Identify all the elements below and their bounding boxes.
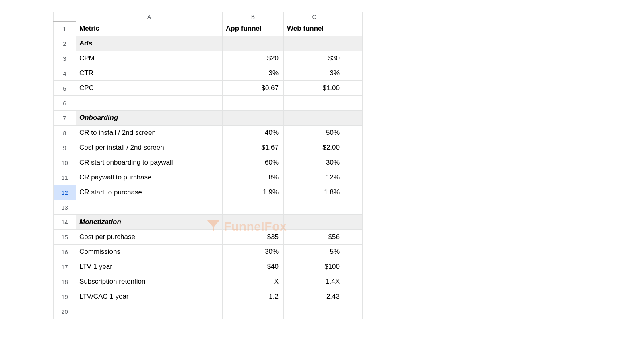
cell-A18[interactable]: Subscription retention <box>76 274 223 289</box>
cell-C6[interactable] <box>284 96 345 111</box>
cell-D7[interactable] <box>345 111 363 126</box>
cell-D3[interactable] <box>345 51 363 66</box>
cell-C14[interactable] <box>284 215 345 230</box>
cell-C8[interactable]: 50% <box>284 126 345 140</box>
column-header-C[interactable]: C <box>284 12 345 21</box>
row-number-6[interactable]: 6 <box>54 96 76 111</box>
cell-B4[interactable]: 3% <box>223 66 284 81</box>
cell-C18[interactable]: 1.4X <box>284 274 345 289</box>
cell-A11[interactable]: CR paywall to purchase <box>76 170 223 185</box>
cell-A13[interactable] <box>76 200 223 215</box>
cell-D6[interactable] <box>345 96 363 111</box>
row-number-3[interactable]: 3 <box>54 51 76 66</box>
cell-C20[interactable] <box>284 304 345 319</box>
row-number-9[interactable]: 9 <box>54 140 76 155</box>
cell-B9[interactable]: $1.67 <box>223 140 284 155</box>
cell-D10[interactable] <box>345 155 363 170</box>
row-number-5[interactable]: 5 <box>54 81 76 96</box>
cell-D5[interactable] <box>345 81 363 96</box>
row-number-14[interactable]: 14 <box>54 215 76 230</box>
cell-C16[interactable]: 5% <box>284 245 345 260</box>
cell-B15[interactable]: $35 <box>223 230 284 245</box>
cell-C2[interactable] <box>284 36 345 51</box>
column-header-extra[interactable] <box>345 12 363 21</box>
column-header-B[interactable]: B <box>223 12 284 21</box>
cell-A15[interactable]: Cost per purchase <box>76 230 223 245</box>
cell-A1[interactable]: Metric <box>76 21 223 36</box>
cell-B20[interactable] <box>223 304 284 319</box>
cell-A12[interactable]: CR start to purchase <box>76 185 223 200</box>
cell-B2[interactable] <box>223 36 284 51</box>
cell-A16[interactable]: Commissions <box>76 245 223 260</box>
row-number-17[interactable]: 17 <box>54 260 76 274</box>
cell-B13[interactable] <box>223 200 284 215</box>
cell-C19[interactable]: 2.43 <box>284 289 345 304</box>
cell-B11[interactable]: 8% <box>223 170 284 185</box>
cell-A6[interactable] <box>76 96 223 111</box>
cell-C11[interactable]: 12% <box>284 170 345 185</box>
cell-A14[interactable]: Monetization <box>76 215 223 230</box>
cell-A3[interactable]: CPM <box>76 51 223 66</box>
cell-B10[interactable]: 60% <box>223 155 284 170</box>
cell-A9[interactable]: Cost per install / 2nd screen <box>76 140 223 155</box>
cell-A19[interactable]: LTV/CAC 1 year <box>76 289 223 304</box>
cell-D13[interactable] <box>345 200 363 215</box>
cell-A17[interactable]: LTV 1 year <box>76 260 223 274</box>
cell-A10[interactable]: CR start onboarding to paywall <box>76 155 223 170</box>
cell-D20[interactable] <box>345 304 363 319</box>
cell-C1[interactable]: Web funnel <box>284 21 345 36</box>
cell-B5[interactable]: $0.67 <box>223 81 284 96</box>
cell-D2[interactable] <box>345 36 363 51</box>
cell-C3[interactable]: $30 <box>284 51 345 66</box>
cell-A7[interactable]: Onboarding <box>76 111 223 126</box>
row-number-2[interactable]: 2 <box>54 36 76 51</box>
cell-D1[interactable] <box>345 21 363 36</box>
cell-D16[interactable] <box>345 245 363 260</box>
cell-B16[interactable]: 30% <box>223 245 284 260</box>
row-number-16[interactable]: 16 <box>54 245 76 260</box>
cell-A4[interactable]: CTR <box>76 66 223 81</box>
cell-C10[interactable]: 30% <box>284 155 345 170</box>
cell-B14[interactable] <box>223 215 284 230</box>
row-number-10[interactable]: 10 <box>54 155 76 170</box>
row-number-4[interactable]: 4 <box>54 66 76 81</box>
cell-D14[interactable] <box>345 215 363 230</box>
cell-D8[interactable] <box>345 126 363 140</box>
cell-C7[interactable] <box>284 111 345 126</box>
row-number-18[interactable]: 18 <box>54 274 76 289</box>
cell-A8[interactable]: CR to install / 2nd screen <box>76 126 223 140</box>
row-number-12[interactable]: 12 <box>54 185 76 200</box>
cell-C5[interactable]: $1.00 <box>284 81 345 96</box>
cell-B17[interactable]: $40 <box>223 260 284 274</box>
cell-A5[interactable]: CPC <box>76 81 223 96</box>
cell-B3[interactable]: $20 <box>223 51 284 66</box>
cell-D9[interactable] <box>345 140 363 155</box>
row-number-7[interactable]: 7 <box>54 111 76 126</box>
cell-C9[interactable]: $2.00 <box>284 140 345 155</box>
cell-B8[interactable]: 40% <box>223 126 284 140</box>
row-number-15[interactable]: 15 <box>54 230 76 245</box>
row-number-19[interactable]: 19 <box>54 289 76 304</box>
cell-C4[interactable]: 3% <box>284 66 345 81</box>
cell-B12[interactable]: 1.9% <box>223 185 284 200</box>
row-number-11[interactable]: 11 <box>54 170 76 185</box>
row-number-20[interactable]: 20 <box>54 304 76 319</box>
cell-C12[interactable]: 1.8% <box>284 185 345 200</box>
row-number-8[interactable]: 8 <box>54 126 76 140</box>
cell-C15[interactable]: $56 <box>284 230 345 245</box>
cell-B7[interactable] <box>223 111 284 126</box>
cell-D17[interactable] <box>345 260 363 274</box>
cell-D11[interactable] <box>345 170 363 185</box>
cell-C17[interactable]: $100 <box>284 260 345 274</box>
cell-D15[interactable] <box>345 230 363 245</box>
row-number-13[interactable]: 13 <box>54 200 76 215</box>
cell-D4[interactable] <box>345 66 363 81</box>
column-header-A[interactable]: A <box>76 12 223 21</box>
cell-B6[interactable] <box>223 96 284 111</box>
cell-B18[interactable]: X <box>223 274 284 289</box>
cell-A2[interactable]: Ads <box>76 36 223 51</box>
cell-D19[interactable] <box>345 289 363 304</box>
row-number-1[interactable]: 1 <box>54 21 76 36</box>
select-all-corner[interactable] <box>54 12 76 21</box>
cell-C13[interactable] <box>284 200 345 215</box>
